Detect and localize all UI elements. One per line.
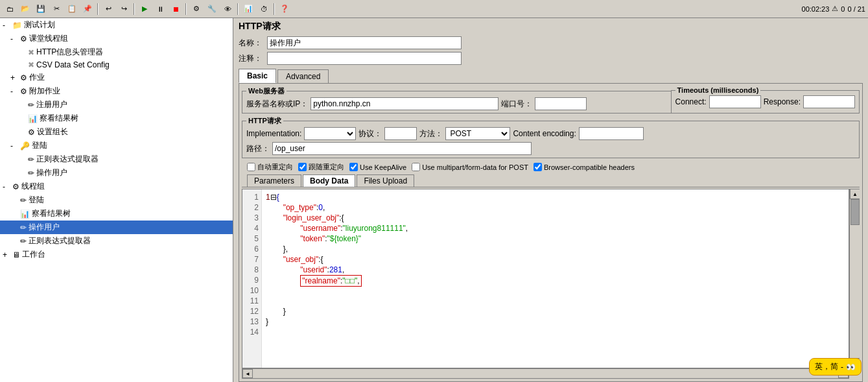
scroll-track[interactable] — [850, 199, 860, 358]
toolbar-btn-help[interactable]: ❓ — [277, 2, 292, 16]
code-line-3: "login_user_obj":{ — [266, 213, 845, 223]
tree-item-regex1[interactable]: ✏ 正则表达式提取器 — [0, 152, 233, 166]
tree-item-course-group[interactable]: - ⚙ 课堂线程组 — [0, 32, 233, 45]
path-input[interactable] — [272, 142, 532, 155]
follow-redirect-label[interactable]: 跟随重定向 — [298, 162, 344, 172]
tab-files-upload[interactable]: Files Upload — [357, 174, 414, 187]
tree-item-csv-config[interactable]: ✖ CSV Data Set Config — [0, 59, 233, 71]
code-line-13: } — [266, 316, 845, 327]
scroll-up-btn[interactable]: ▲ — [850, 189, 860, 199]
toolbar-btn-stop[interactable]: ⏹ — [169, 2, 183, 16]
tree-item-register-user[interactable]: ✏ 注册用户 — [0, 98, 233, 112]
bottom-widget-icon: - — [841, 363, 843, 372]
comment-label: 注释： — [239, 53, 264, 64]
auto-redirect-checkbox[interactable] — [247, 163, 255, 171]
expand-icon: - — [10, 87, 18, 96]
tab-parameters[interactable]: Parameters — [247, 174, 301, 187]
comment-input[interactable] — [267, 52, 462, 65]
toolbar-btn-eye[interactable]: 👁 — [220, 2, 235, 16]
server-input[interactable] — [311, 97, 499, 110]
port-input[interactable] — [535, 97, 587, 110]
method-label: 方法： — [419, 128, 443, 139]
horizontal-scrollbar-row: ◄ ► — [242, 368, 860, 379]
tree-item-thread-group[interactable]: - ⚙ 线程组 — [0, 180, 233, 193]
tree-item-regex2[interactable]: ✏ 正则表达式提取器 — [0, 234, 233, 248]
tree-item-test-plan[interactable]: - 📁 测试计划 — [0, 18, 233, 32]
toolbar-btn-run[interactable]: ▶ — [137, 2, 152, 16]
toolbar-btn-pause[interactable]: ⏸ — [153, 2, 167, 16]
method-select[interactable]: POST GET PUT DELETE — [445, 127, 510, 140]
toolbar-btn-cut[interactable]: ✂ — [49, 2, 64, 16]
toolbar-btn-save[interactable]: 💾 — [34, 2, 48, 16]
browser-compat-checkbox[interactable] — [534, 163, 542, 171]
scroll-thumb[interactable] — [850, 199, 860, 225]
code-line-14 — [266, 327, 845, 337]
tree-label: 工作台 — [22, 249, 45, 260]
toolbar-btn-settings[interactable]: ⚙ — [189, 2, 204, 16]
follow-redirect-checkbox[interactable] — [298, 163, 307, 171]
code-editor[interactable]: 12345 678910 11121314 1⊟{ "op_type":0, "… — [242, 189, 849, 368]
response-input[interactable] — [803, 95, 855, 108]
keepalive-label[interactable]: Use KeepAlive — [349, 163, 406, 171]
toolbar-btn-open[interactable]: 📂 — [18, 2, 32, 16]
tree-item-extra-task[interactable]: - ⚙ 附加作业 — [0, 84, 233, 98]
server-input-row: 服务器名称或IP： 端口号： — [246, 97, 667, 110]
keepalive-checkbox[interactable] — [349, 163, 358, 171]
toolbar-btn-redo[interactable]: ↪ — [117, 2, 131, 16]
basic-tab-content: Web服务器 服务器名称或IP： 端口号： Timeouts (millisec… — [239, 83, 863, 382]
name-input[interactable] — [267, 36, 462, 49]
scroll-left-btn[interactable]: ◄ — [242, 369, 253, 378]
tab-body-data[interactable]: Body Data — [303, 174, 355, 187]
toolbar-btn-undo[interactable]: ↩ — [101, 2, 115, 16]
tree-item-http-header[interactable]: ✖ HTTP信息头管理器 — [0, 45, 233, 59]
tab-basic[interactable]: Basic — [239, 69, 276, 83]
tree-item-operate-user2[interactable]: ✏ 操作用户 — [0, 221, 233, 234]
tab-advanced[interactable]: Advanced — [277, 69, 329, 83]
code-content[interactable]: 1⊟{ "op_type":0, "login_user_obj":{ "use… — [262, 189, 849, 368]
tree-item-task[interactable]: + ⚙ 作业 — [0, 71, 233, 84]
tree-icon: ✏ — [20, 237, 27, 246]
server-timeouts-row: Web服务器 服务器名称或IP： 端口号： Timeouts (millisec… — [242, 86, 860, 113]
tree-item-view-result1[interactable]: 📊 察看结果树 — [0, 112, 233, 125]
tree-item-workbench[interactable]: + 🖥 工作台 — [0, 248, 233, 261]
connect-input[interactable] — [709, 95, 761, 108]
bottom-widget[interactable]: 英，简 - 👀 — [809, 358, 862, 376]
tree-icon: ⚙ — [28, 128, 35, 137]
vertical-scrollbar[interactable]: ▲ ▼ — [849, 189, 860, 368]
multipart-label[interactable]: Use multipart/form-data for POST — [412, 163, 528, 171]
auto-redirect-text: 自动重定向 — [257, 162, 293, 172]
toolbar-btn-copy[interactable]: 📋 — [65, 2, 79, 16]
browser-compat-label[interactable]: Browser-compatible headers — [534, 163, 635, 171]
web-server-fieldset: Web服务器 服务器名称或IP： 端口号： — [242, 86, 672, 113]
impl-select[interactable] — [304, 127, 356, 140]
toolbar-btn-chart[interactable]: 📊 — [241, 2, 255, 16]
tree-item-login1[interactable]: - 🔑 登陆 — [0, 139, 233, 152]
toolbar-time: 00:02:23 — [802, 5, 830, 13]
timeouts-fieldset: Timeouts (milliseconds) Connect: Respons… — [671, 86, 860, 113]
toolbar-btn-timer[interactable]: ⏱ — [257, 2, 271, 16]
multipart-text: Use multipart/form-data for POST — [422, 163, 528, 171]
tree-label: CSV Data Set Config — [36, 60, 110, 69]
response-label: Response: — [764, 97, 801, 106]
toolbar-test-info: 0 / 21 — [847, 5, 865, 13]
code-line-1: 1⊟{ — [266, 192, 845, 202]
protocol-input[interactable] — [384, 127, 417, 140]
tree-item-operate-user1[interactable]: ✏ 操作用户 — [0, 166, 233, 180]
tree-item-login2[interactable]: ✏ 登陆 — [0, 193, 233, 207]
tree-icon: ✏ — [28, 155, 34, 164]
horizontal-scrollbar[interactable]: ◄ ► — [242, 368, 849, 379]
toolbar-btn-new[interactable]: 🗀 — [3, 2, 17, 16]
toolbar-right: 00:02:23 ⚠ 0 0 / 21 — [802, 5, 865, 13]
toolbar-sep-4 — [237, 3, 239, 15]
path-label: 路径： — [246, 143, 270, 154]
toolbar-btn-paste[interactable]: 📌 — [80, 2, 95, 16]
tree-item-set-group[interactable]: ⚙ 设置组长 — [0, 125, 233, 139]
tree-icon: ✏ — [28, 101, 34, 110]
auto-redirect-label[interactable]: 自动重定向 — [247, 162, 293, 172]
tree-label: 线程组 — [21, 181, 45, 192]
toolbar-btn-debug[interactable]: 🔧 — [205, 2, 219, 16]
toolbar: 🗀 📂 💾 ✂ 📋 📌 ↩ ↪ ▶ ⏸ ⏹ ⚙ 🔧 👁 📊 ⏱ ❓ 00:02:… — [0, 0, 868, 18]
encoding-input[interactable] — [579, 127, 644, 140]
multipart-checkbox[interactable] — [412, 163, 420, 171]
tree-item-view-result2[interactable]: 📊 察看结果树 — [0, 207, 233, 221]
